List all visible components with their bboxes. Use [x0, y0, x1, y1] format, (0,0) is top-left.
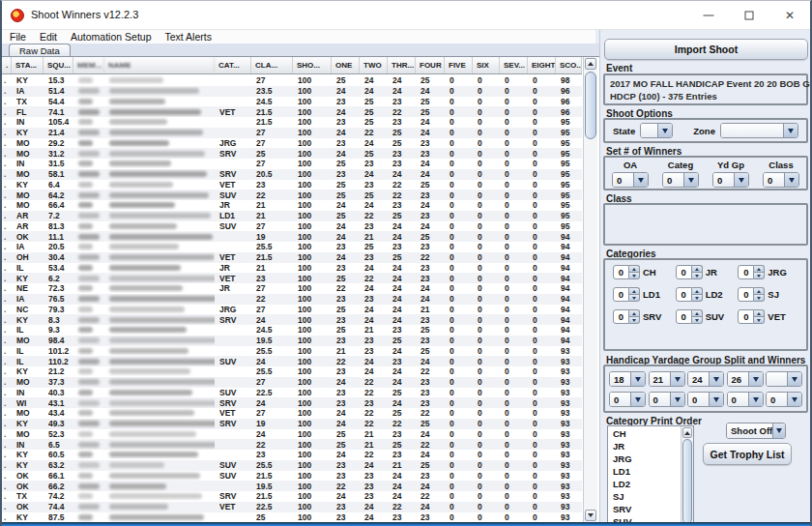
- table-row[interactable]: .TX74.2SRV21.510024232422000093: [2, 491, 582, 502]
- column-header[interactable]: CLA...: [251, 57, 293, 73]
- scroll-up-icon[interactable]: [682, 427, 692, 438]
- column-header[interactable]: SEV...: [500, 57, 528, 73]
- spinner-down-icon[interactable]: [629, 272, 640, 279]
- list-item[interactable]: LD1: [608, 465, 681, 478]
- yardage-winners-select-0[interactable]: 0: [609, 392, 646, 407]
- yardage-winners-select-1[interactable]: 0: [649, 392, 685, 407]
- table-row[interactable]: .OH30.4VET21.510024232522000094: [2, 252, 582, 263]
- list-scrollbar-thumb[interactable]: [682, 439, 692, 522]
- winners-categ-select[interactable]: 0: [662, 172, 699, 188]
- table-row[interactable]: .MO31.2SRV2510024252323000095: [2, 148, 582, 159]
- table-row[interactable]: .AR7.2LD12110025222523000095: [2, 211, 582, 221]
- category-spinner-vet[interactable]: 0VET: [738, 309, 800, 324]
- table-row[interactable]: .KY15.32710025242425000098: [2, 75, 582, 86]
- category-spinner-srv[interactable]: 0SRV: [613, 309, 676, 324]
- column-header[interactable]: SCO...: [556, 57, 582, 73]
- table-row[interactable]: .MO64.2SUV2210025252223000095: [2, 190, 582, 200]
- import-shoot-button[interactable]: Import Shoot: [604, 39, 808, 60]
- table-row[interactable]: .KY87.52510023242323000093: [2, 512, 582, 523]
- table-row[interactable]: .IN105.421.510023252324000095: [2, 117, 582, 128]
- column-header[interactable]: SIX: [473, 57, 500, 73]
- table-row[interactable]: .OK74.4VET22.510023242224000093: [2, 502, 582, 512]
- table-row[interactable]: .MO29.2JRG2710023242523000095: [2, 138, 582, 149]
- column-header[interactable]: CAT...: [215, 57, 251, 73]
- spinner-down-icon[interactable]: [629, 316, 640, 324]
- column-header[interactable]: FOUR: [416, 57, 445, 73]
- table-row[interactable]: .KY6.4VET2310025232225000095: [2, 180, 582, 190]
- table-row[interactable]: .MO37.32710024222423000093: [2, 377, 582, 388]
- spinner-up-icon[interactable]: [692, 287, 703, 294]
- table-row[interactable]: .FL74.1VET21.510024252225000096: [2, 106, 582, 117]
- get-trophy-list-button[interactable]: Get Trophy List: [703, 443, 792, 465]
- list-item[interactable]: SUV: [608, 515, 681, 522]
- category-spinner-suv[interactable]: 0SUV: [676, 309, 739, 324]
- column-header[interactable]: MEM...: [73, 57, 104, 73]
- category-spinner-jrg[interactable]: 0JRG: [738, 265, 800, 279]
- zone-select[interactable]: [720, 123, 798, 138]
- state-select[interactable]: [640, 123, 673, 138]
- category-spinner-ld2[interactable]: 0LD2: [676, 287, 739, 302]
- table-row[interactable]: .MO66.4JR2110024242324000095: [2, 200, 582, 211]
- table-row[interactable]: .NE72.3JR2710022242424000094: [2, 283, 582, 294]
- scrollbar-thumb[interactable]: [585, 72, 596, 139]
- table-row[interactable]: .IA20.525.510023252323000094: [2, 242, 582, 252]
- column-header[interactable]: EIGHT: [528, 57, 556, 73]
- table-row[interactable]: .MO52.32410025212324000093: [2, 429, 582, 440]
- column-header[interactable]: THR...: [388, 57, 416, 73]
- category-spinner-ld1[interactable]: 0LD1: [613, 287, 676, 302]
- spinner-down-icon[interactable]: [692, 294, 703, 302]
- category-spinner-sj[interactable]: 0SJ: [738, 287, 800, 302]
- yardage-winners-select-3[interactable]: 0: [727, 392, 764, 407]
- table-row[interactable]: .IL9.324.510025212325000094: [2, 325, 582, 336]
- spinner-down-icon[interactable]: [754, 316, 765, 324]
- spinner-down-icon[interactable]: [754, 272, 765, 279]
- yardage-split-select-0[interactable]: 18: [609, 371, 646, 387]
- table-row[interactable]: .KY21.225.510023242422000093: [2, 366, 582, 377]
- table-row[interactable]: .IL53.4JR2110023242423000094: [2, 263, 582, 274]
- table-row[interactable]: .IA76.52210023232424000094: [2, 294, 582, 305]
- column-header[interactable]: NAME: [104, 57, 215, 73]
- table-row[interactable]: .NC79.3JRG2710025242421000094: [2, 305, 582, 315]
- scroll-up-icon[interactable]: [585, 58, 596, 70]
- table-row[interactable]: .KY60.52310024222324000093: [2, 450, 582, 460]
- table-row[interactable]: .IN6.52210025212522000093: [2, 439, 582, 450]
- table-row[interactable]: .WI43.1SRV2410023232423000093: [2, 397, 582, 408]
- table-row[interactable]: .IN31.52710025232324000095: [2, 159, 582, 169]
- table-row[interactable]: .MO98.419.510023232523000094: [2, 336, 582, 346]
- menu-automation-setup[interactable]: Automation Setup: [71, 31, 151, 43]
- table-row[interactable]: .IL110.2SUV2410022242324000093: [2, 356, 582, 366]
- table-row[interactable]: .OK11.11910024212425000094: [2, 231, 582, 242]
- spinner-up-icon[interactable]: [629, 309, 640, 316]
- list-item[interactable]: CH: [608, 427, 681, 440]
- spinner-down-icon[interactable]: [692, 316, 703, 324]
- column-header[interactable]: ONE: [332, 57, 360, 73]
- shoot-off-select[interactable]: Shoot Off: [726, 423, 786, 439]
- spinner-up-icon[interactable]: [692, 309, 703, 316]
- scroll-down-icon[interactable]: [585, 510, 596, 521]
- menu-file[interactable]: File: [10, 31, 26, 43]
- list-item[interactable]: SRV: [608, 503, 681, 515]
- maximize-button[interactable]: [729, 1, 769, 30]
- spinner-down-icon[interactable]: [754, 294, 765, 302]
- yardage-split-select-1[interactable]: 21: [649, 371, 685, 387]
- list-item[interactable]: LD2: [608, 478, 681, 490]
- tab-raw-data[interactable]: Raw Data: [9, 44, 71, 57]
- category-spinner-jr[interactable]: 0JR: [676, 265, 739, 279]
- yardage-split-select-4[interactable]: [766, 371, 802, 387]
- close-button[interactable]: ✕: [769, 1, 810, 30]
- spinner-up-icon[interactable]: [754, 309, 765, 316]
- table-row[interactable]: .MO43.4VET2710024222522000093: [2, 408, 582, 419]
- minimize-button[interactable]: [688, 1, 729, 30]
- spinner-down-icon[interactable]: [692, 272, 703, 279]
- table-row[interactable]: .KY8.3SRV2410023242423000094: [2, 314, 582, 325]
- table-vertical-scrollbar[interactable]: [583, 57, 597, 522]
- yardage-split-select-3[interactable]: 26: [727, 371, 764, 387]
- table-row[interactable]: .KY6.2VET2310025222423000094: [2, 273, 582, 283]
- menu-edit[interactable]: Edit: [40, 31, 57, 43]
- yardage-winners-select-4[interactable]: 0: [766, 392, 802, 407]
- list-item[interactable]: JRG: [608, 453, 681, 465]
- spinner-up-icon[interactable]: [692, 265, 703, 272]
- category-print-order-list[interactable]: CHJRJRGLD1LD2SJSRVSUV: [607, 425, 694, 522]
- list-scrollbar[interactable]: [681, 426, 693, 522]
- list-item[interactable]: JR: [608, 440, 681, 453]
